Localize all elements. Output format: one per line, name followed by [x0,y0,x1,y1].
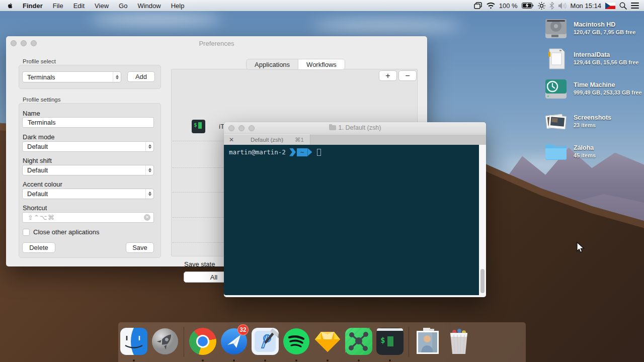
spotlight-search-icon[interactable] [619,0,627,11]
dock-omnigraffle[interactable] [343,326,374,357]
add-profile-button[interactable]: Add [127,71,155,82]
dock-finder[interactable] [118,326,149,357]
night-shift-dropdown[interactable]: Default [22,165,154,175]
photo-file-icon [414,328,441,355]
prompt-path: ~ [297,148,308,156]
apps-workflows-tabs: Applications Workflows [246,59,345,70]
dock: 32 $ [118,322,526,362]
hard-drive-icon [544,18,568,40]
terminal-scrollbar[interactable] [479,145,486,297]
running-indicator [295,359,297,361]
desktop-icon-time-machine[interactable]: Time Machine999,49 GB, 253,33 GB free [544,77,644,101]
menu-edit[interactable]: Edit [68,0,90,11]
icon-info: 23 items [574,122,611,129]
powerline-segment: ~ [289,148,312,156]
dock-launchpad[interactable] [149,326,181,357]
dock-spark[interactable]: 32 [218,326,250,357]
desktop-icon-zaloha[interactable]: Záloha45 items [544,140,644,164]
dock-trash[interactable] [443,326,474,357]
czech-flag-icon[interactable] [605,0,615,11]
folder-icon [544,141,568,163]
apple-menu-icon[interactable] [7,2,14,9]
dock-separator [409,327,409,357]
terminal-titlebar[interactable]: 1. Default (zsh) [224,122,486,134]
bluetooth-icon[interactable] [549,0,554,11]
dock-xcode[interactable] [250,326,281,357]
close-other-label: Close other aplications [33,228,100,236]
window-title: Preferences [6,40,427,47]
accent-colour-dropdown[interactable]: Default [22,189,154,199]
add-app-button[interactable]: + [379,70,397,81]
powerline-chevron-icon [289,148,296,156]
save-state-label: Save state [184,260,215,268]
name-input[interactable]: Terminals [22,117,154,128]
battery-icon[interactable] [522,0,534,11]
accent-colour-label: Accent colour [23,180,62,188]
dropdown-arrows-icon [145,142,153,151]
desktop-icon-internaldata[interactable]: InternalData129,44 GB, 15,56 GB free [544,47,644,71]
dark-mode-dropdown[interactable]: Default [22,141,154,152]
terminal-tab[interactable]: ✕ Default (zsh) ⌘1 [224,134,310,145]
icon-label: Time Machine [574,81,642,89]
delete-button[interactable]: Delete [22,242,55,253]
iterm-icon: $ [376,328,404,355]
menu-window[interactable]: Window [132,0,166,11]
menu-go[interactable]: Go [114,0,132,11]
dock-sketch[interactable] [312,326,343,357]
menu-view[interactable]: View [90,0,114,11]
volume-icon[interactable] [558,0,567,11]
desktop-icon-macintosh-hd[interactable]: Macintosh HD120,47 GB, 7,95 GB free [544,17,644,41]
save-button[interactable]: Save [126,242,154,253]
close-other-checkbox[interactable]: Close other aplications [23,228,100,236]
terminal-content[interactable]: martin@martin-2 ~ [224,145,479,295]
powerline-arrow-icon [307,148,312,156]
chrome-icon [189,328,216,355]
running-indicator [202,359,204,361]
menu-app-name[interactable]: Finder [18,0,48,11]
svg-text:$: $ [380,335,385,345]
name-value: Terminals [28,119,56,126]
menu-clock[interactable]: Mon 15:14 [571,0,601,11]
dock-separator [184,327,184,357]
dock-iterm[interactable]: $ [374,326,406,357]
dock-spotify[interactable] [281,326,312,357]
tab-workflows[interactable]: Workflows [298,59,345,69]
scrollbar-thumb[interactable] [480,269,485,293]
dock-chrome[interactable] [187,326,218,357]
mouse-cursor [577,242,586,256]
icon-info: 999,49 GB, 253,33 GB free [574,89,642,97]
menu-help[interactable]: Help [166,0,190,11]
spotify-icon [283,328,310,355]
icon-info: 120,47 GB, 7,95 GB free [574,29,636,36]
terminal-window: 1. Default (zsh) ✕ Default (zsh) ⌘1 mart… [224,122,486,297]
dock-photo-file[interactable] [412,326,443,357]
shortcut-label: Shortcut [23,204,47,212]
desktop-icon-screenshots[interactable]: Screenshots23 items [544,110,644,134]
clear-shortcut-icon[interactable]: ✕ [144,214,150,221]
profile-settings-label: Profile settings [23,97,60,103]
notification-center-icon[interactable] [631,0,639,11]
time-machine-drive-icon [544,78,568,100]
terminal-tab-bar: ✕ Default (zsh) ⌘1 [224,134,486,145]
running-indicator [264,359,266,361]
shortcut-input[interactable]: ⇧⌃⌥⌘ ✕ [22,212,154,223]
remove-app-button[interactable]: − [398,70,417,81]
running-indicator [327,359,329,361]
iterm2-app-icon: $ [192,120,205,133]
xcode-icon [252,328,279,355]
profile-select-label: Profile select [23,58,56,64]
icon-label: Screenshots [574,114,611,122]
battery-percentage: 100 % [499,0,518,11]
windows-stack-icon[interactable] [474,0,482,11]
terminal-cursor [317,149,321,156]
brightness-icon[interactable] [538,0,545,11]
photos-stack-icon [544,111,568,133]
menu-file[interactable]: File [48,0,68,11]
menu-bar: Finder File Edit View Go Window Help 100… [0,0,644,11]
tab-applications[interactable]: Applications [247,59,298,69]
checkbox-box[interactable] [23,229,30,236]
icon-info: 129,44 GB, 15,56 GB free [574,59,639,66]
wifi-icon[interactable] [487,0,495,11]
profile-select-dropdown[interactable]: Terminals [22,71,121,82]
dark-mode-value: Default [27,143,48,150]
